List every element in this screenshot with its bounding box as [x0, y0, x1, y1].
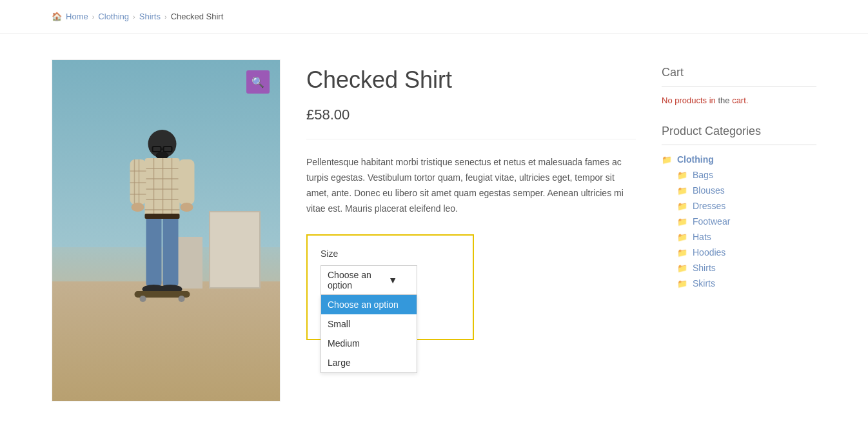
- subcategory-dresses-link[interactable]: Dresses: [693, 201, 725, 211]
- dropdown-selected-label: Choose an option: [328, 270, 388, 290]
- person-figure: [120, 125, 204, 305]
- product-title: Checked Shirt: [306, 66, 636, 94]
- breadcrumb-home[interactable]: Home: [66, 12, 88, 21]
- folder-icon-footwear: 📁: [677, 217, 687, 227]
- product-image-container: 🔍: [52, 59, 281, 401]
- subcategory-footwear: 📁 Footwear: [677, 216, 816, 227]
- dropdown-arrow: ▼: [388, 275, 397, 285]
- cart-no-products: No products in: [662, 96, 718, 105]
- product-image: [52, 60, 280, 401]
- subcategory-skirts: 📁 Skirts: [677, 278, 816, 289]
- cart-section: Cart No products in the cart.: [662, 66, 816, 105]
- home-icon: 🏠: [52, 12, 62, 21]
- svg-point-30: [178, 296, 184, 302]
- magnify-icon: 🔍: [252, 76, 264, 88]
- svg-point-21: [131, 203, 144, 212]
- svg-rect-25: [144, 214, 179, 219]
- dropdown-option-small[interactable]: Small: [321, 314, 417, 334]
- subcategory-blouses-link[interactable]: Blouses: [693, 185, 725, 196]
- svg-rect-14: [130, 159, 146, 205]
- cart-cart-label: cart.: [732, 96, 748, 105]
- size-selector-box: Size Choose an option ▼ Choose an option…: [306, 234, 474, 340]
- subcategories-list: 📁 Bags 📁 Blouses 📁 Dresses 📁 Footwear 📁: [662, 170, 816, 289]
- dropdown-option-large[interactable]: Large: [321, 353, 417, 372]
- dropdown-list: Choose an option Small Medium Large: [321, 295, 417, 373]
- subcategory-dresses: 📁 Dresses: [677, 201, 816, 211]
- folder-icon-shirts: 📁: [677, 263, 687, 273]
- subcategory-bags: 📁 Bags: [677, 170, 816, 180]
- size-dropdown[interactable]: Choose an option ▼ Choose an option Smal…: [321, 265, 460, 295]
- categories-section: Product Categories 📁 Clothing 📁 Bags 📁 B…: [662, 125, 816, 289]
- cart-the-label: the: [718, 96, 732, 105]
- breadcrumb-shirts[interactable]: Shirts: [139, 12, 161, 21]
- category-clothing-link[interactable]: Clothing: [677, 154, 714, 165]
- subcategory-hoodies: 📁 Hoodies: [677, 247, 816, 258]
- folder-icon-dresses: 📁: [677, 201, 687, 211]
- subcategory-footwear-link[interactable]: Footwear: [693, 216, 730, 227]
- categories-title: Product Categories: [662, 125, 816, 145]
- subcategory-shirts: 📁 Shirts: [677, 263, 816, 273]
- breadcrumb-clothing[interactable]: Clothing: [98, 12, 129, 21]
- product-price: £58.00: [306, 106, 636, 139]
- breadcrumb: 🏠 Home › Clothing › Shirts › Checked Shi…: [0, 0, 868, 34]
- category-clothing[interactable]: 📁 Clothing: [662, 154, 816, 165]
- dropdown-option-choose[interactable]: Choose an option: [321, 295, 417, 314]
- magnify-button[interactable]: 🔍: [246, 70, 270, 94]
- folder-icon-hats: 📁: [677, 232, 687, 242]
- svg-rect-24: [163, 215, 178, 286]
- subcategory-hats: 📁 Hats: [677, 232, 816, 242]
- cart-title: Cart: [662, 66, 816, 86]
- dropdown-trigger[interactable]: Choose an option ▼: [321, 265, 417, 295]
- svg-point-29: [139, 296, 146, 302]
- svg-rect-23: [146, 215, 161, 286]
- subcategory-hats-link[interactable]: Hats: [693, 232, 711, 242]
- svg-rect-20: [178, 159, 194, 205]
- page-layout: 🔍 Checked Shirt £58.00 Pellentesque habi…: [0, 34, 868, 427]
- breadcrumb-current: Checked Shirt: [171, 12, 224, 21]
- dropdown-option-medium[interactable]: Medium: [321, 334, 417, 353]
- subcategory-skirts-link[interactable]: Skirts: [693, 278, 715, 289]
- subcategory-bags-link[interactable]: Bags: [693, 170, 713, 180]
- main-content: 🔍 Checked Shirt £58.00 Pellentesque habi…: [52, 59, 636, 401]
- cart-empty-message: No products in the cart.: [662, 96, 816, 105]
- folder-icon-bags: 📁: [677, 170, 687, 180]
- breadcrumb-sep3: ›: [164, 13, 167, 21]
- subcategory-hoodies-link[interactable]: Hoodies: [693, 247, 725, 258]
- sidebar: Cart No products in the cart. Product Ca…: [662, 59, 816, 401]
- subcategory-blouses: 📁 Blouses: [677, 185, 816, 196]
- breadcrumb-sep2: ›: [133, 13, 135, 21]
- folder-icon-hoodies: 📁: [677, 248, 687, 258]
- folder-icon-clothing: 📁: [662, 155, 672, 165]
- folder-icon-skirts: 📁: [677, 279, 687, 289]
- svg-rect-5: [144, 158, 179, 216]
- product-details: Checked Shirt £58.00 Pellentesque habita…: [306, 59, 636, 401]
- folder-icon-blouses: 📁: [677, 186, 687, 196]
- size-label: Size: [321, 248, 460, 259]
- building1: [209, 211, 261, 289]
- product-description: Pellentesque habitant morbi tristique se…: [306, 155, 636, 216]
- svg-point-22: [180, 203, 193, 212]
- breadcrumb-sep1: ›: [92, 13, 95, 21]
- subcategory-shirts-link[interactable]: Shirts: [693, 263, 716, 273]
